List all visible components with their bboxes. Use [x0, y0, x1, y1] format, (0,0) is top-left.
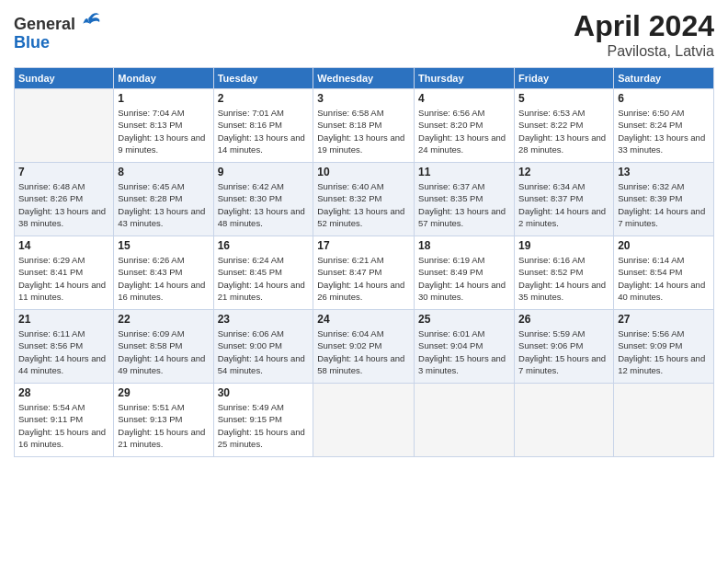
- header-monday: Monday: [114, 68, 213, 89]
- day-info: Sunrise: 6:21 AMSunset: 8:47 PMDaylight:…: [317, 254, 410, 303]
- calendar-cell: 23Sunrise: 6:06 AMSunset: 9:00 PMDayligh…: [213, 310, 313, 384]
- calendar-cell: 28Sunrise: 5:54 AMSunset: 9:11 PMDayligh…: [15, 384, 114, 457]
- day-number: 18: [418, 239, 510, 252]
- day-number: 11: [418, 166, 510, 178]
- day-info: Sunrise: 6:53 AMSunset: 8:22 PMDaylight:…: [518, 107, 609, 155]
- logo-bird-icon: [77, 9, 103, 35]
- calendar-cell: 9Sunrise: 6:42 AMSunset: 8:30 PMDaylight…: [213, 163, 313, 236]
- calendar-cell: 27Sunrise: 5:56 AMSunset: 9:09 PMDayligh…: [614, 310, 714, 384]
- calendar-cell: 8Sunrise: 6:45 AMSunset: 8:28 PMDaylight…: [114, 163, 213, 236]
- calendar-cell: [614, 384, 714, 457]
- logo: General Blue: [14, 9, 103, 52]
- day-info: Sunrise: 6:40 AMSunset: 8:32 PMDaylight:…: [317, 180, 410, 229]
- day-number: 20: [618, 239, 710, 252]
- day-number: 2: [218, 92, 310, 105]
- calendar-row-3: 14Sunrise: 6:29 AMSunset: 8:41 PMDayligh…: [15, 236, 714, 310]
- calendar-cell: 1Sunrise: 7:04 AMSunset: 8:13 PMDaylight…: [114, 89, 213, 163]
- day-info: Sunrise: 6:01 AMSunset: 9:04 PMDaylight:…: [418, 327, 510, 376]
- day-info: Sunrise: 6:24 AMSunset: 8:45 PMDaylight:…: [218, 254, 310, 303]
- calendar-row-1: 1Sunrise: 7:04 AMSunset: 8:13 PMDaylight…: [15, 89, 714, 163]
- day-number: 3: [317, 92, 410, 105]
- calendar-cell: 30Sunrise: 5:49 AMSunset: 9:15 PMDayligh…: [213, 384, 313, 457]
- day-info: Sunrise: 5:54 AMSunset: 9:11 PMDaylight:…: [18, 401, 109, 450]
- calendar-cell: 26Sunrise: 5:59 AMSunset: 9:06 PMDayligh…: [515, 310, 614, 384]
- day-info: Sunrise: 6:04 AMSunset: 9:02 PMDaylight:…: [317, 327, 410, 376]
- day-number: 5: [518, 92, 609, 105]
- header-saturday: Saturday: [614, 68, 714, 89]
- calendar-cell: [515, 384, 614, 457]
- day-info: Sunrise: 5:51 AMSunset: 9:13 PMDaylight:…: [118, 401, 209, 450]
- calendar-cell: 18Sunrise: 6:19 AMSunset: 8:49 PMDayligh…: [415, 236, 515, 310]
- header-sunday: Sunday: [15, 68, 114, 89]
- calendar-cell: 7Sunrise: 6:48 AMSunset: 8:26 PMDaylight…: [15, 163, 114, 236]
- day-number: 4: [418, 92, 510, 105]
- day-info: Sunrise: 6:48 AMSunset: 8:26 PMDaylight:…: [18, 180, 109, 229]
- location-title: Pavilosta, Latvia: [574, 43, 714, 60]
- title-block: April 2024 Pavilosta, Latvia: [574, 9, 714, 60]
- calendar-cell: 12Sunrise: 6:34 AMSunset: 8:37 PMDayligh…: [515, 163, 614, 236]
- day-number: 14: [18, 239, 109, 252]
- calendar-cell: 21Sunrise: 6:11 AMSunset: 8:56 PMDayligh…: [15, 310, 114, 384]
- day-info: Sunrise: 6:16 AMSunset: 8:52 PMDaylight:…: [518, 254, 609, 303]
- day-info: Sunrise: 6:19 AMSunset: 8:49 PMDaylight:…: [418, 254, 510, 303]
- calendar-cell: 14Sunrise: 6:29 AMSunset: 8:41 PMDayligh…: [15, 236, 114, 310]
- header-tuesday: Tuesday: [213, 68, 313, 89]
- day-info: Sunrise: 6:58 AMSunset: 8:18 PMDaylight:…: [317, 107, 410, 155]
- day-number: 1: [118, 92, 209, 105]
- day-info: Sunrise: 6:29 AMSunset: 8:41 PMDaylight:…: [18, 254, 109, 303]
- day-number: 21: [18, 313, 109, 326]
- calendar-cell: [15, 89, 114, 163]
- calendar-cell: 5Sunrise: 6:53 AMSunset: 8:22 PMDaylight…: [515, 89, 614, 163]
- calendar-cell: 4Sunrise: 6:56 AMSunset: 8:20 PMDaylight…: [415, 89, 515, 163]
- calendar-cell: 17Sunrise: 6:21 AMSunset: 8:47 PMDayligh…: [313, 236, 415, 310]
- day-info: Sunrise: 5:49 AMSunset: 9:15 PMDaylight:…: [218, 401, 310, 450]
- day-number: 29: [118, 386, 209, 399]
- day-info: Sunrise: 7:04 AMSunset: 8:13 PMDaylight:…: [118, 107, 209, 155]
- day-info: Sunrise: 5:56 AMSunset: 9:09 PMDaylight:…: [618, 327, 710, 376]
- day-number: 19: [518, 239, 609, 252]
- logo-blue: Blue: [14, 33, 50, 52]
- day-number: 28: [18, 386, 109, 399]
- day-info: Sunrise: 6:06 AMSunset: 9:00 PMDaylight:…: [218, 327, 310, 376]
- day-info: Sunrise: 6:34 AMSunset: 8:37 PMDaylight:…: [518, 180, 609, 229]
- header-thursday: Thursday: [415, 68, 515, 89]
- calendar-row-4: 21Sunrise: 6:11 AMSunset: 8:56 PMDayligh…: [15, 310, 714, 384]
- day-number: 9: [218, 166, 310, 178]
- calendar-cell: 6Sunrise: 6:50 AMSunset: 8:24 PMDaylight…: [614, 89, 714, 163]
- day-number: 30: [218, 386, 310, 399]
- calendar-header-row: Sunday Monday Tuesday Wednesday Thursday…: [15, 68, 714, 89]
- calendar-cell: 13Sunrise: 6:32 AMSunset: 8:39 PMDayligh…: [614, 163, 714, 236]
- day-number: 26: [518, 313, 609, 326]
- day-number: 10: [317, 166, 410, 178]
- day-info: Sunrise: 5:59 AMSunset: 9:06 PMDaylight:…: [518, 327, 609, 376]
- day-number: 8: [118, 166, 209, 178]
- day-info: Sunrise: 6:37 AMSunset: 8:35 PMDaylight:…: [418, 180, 510, 229]
- calendar-cell: 24Sunrise: 6:04 AMSunset: 9:02 PMDayligh…: [313, 310, 415, 384]
- calendar-cell: 16Sunrise: 6:24 AMSunset: 8:45 PMDayligh…: [213, 236, 313, 310]
- calendar-cell: 3Sunrise: 6:58 AMSunset: 8:18 PMDaylight…: [313, 89, 415, 163]
- day-info: Sunrise: 6:09 AMSunset: 8:58 PMDaylight:…: [118, 327, 209, 376]
- day-info: Sunrise: 6:50 AMSunset: 8:24 PMDaylight:…: [618, 107, 710, 155]
- day-number: 27: [618, 313, 710, 326]
- calendar-cell: 10Sunrise: 6:40 AMSunset: 8:32 PMDayligh…: [313, 163, 415, 236]
- month-title: April 2024: [574, 9, 714, 43]
- calendar-cell: 19Sunrise: 6:16 AMSunset: 8:52 PMDayligh…: [515, 236, 614, 310]
- day-number: 16: [218, 239, 310, 252]
- day-info: Sunrise: 6:56 AMSunset: 8:20 PMDaylight:…: [418, 107, 510, 155]
- header-wednesday: Wednesday: [313, 68, 415, 89]
- day-info: Sunrise: 6:42 AMSunset: 8:30 PMDaylight:…: [218, 180, 310, 229]
- calendar-cell: [313, 384, 415, 457]
- day-number: 13: [618, 166, 710, 178]
- day-info: Sunrise: 6:32 AMSunset: 8:39 PMDaylight:…: [618, 180, 710, 229]
- day-info: Sunrise: 6:11 AMSunset: 8:56 PMDaylight:…: [18, 327, 109, 376]
- calendar-cell: 25Sunrise: 6:01 AMSunset: 9:04 PMDayligh…: [415, 310, 515, 384]
- calendar-cell: 20Sunrise: 6:14 AMSunset: 8:54 PMDayligh…: [614, 236, 714, 310]
- calendar-row-5: 28Sunrise: 5:54 AMSunset: 9:11 PMDayligh…: [15, 384, 714, 457]
- day-info: Sunrise: 6:14 AMSunset: 8:54 PMDaylight:…: [618, 254, 710, 303]
- day-info: Sunrise: 7:01 AMSunset: 8:16 PMDaylight:…: [218, 107, 310, 155]
- calendar-table: Sunday Monday Tuesday Wednesday Thursday…: [14, 67, 714, 457]
- day-number: 17: [317, 239, 410, 252]
- header: General Blue April 2024 Pavilosta, Latvi…: [14, 9, 714, 60]
- calendar-cell: 22Sunrise: 6:09 AMSunset: 8:58 PMDayligh…: [114, 310, 213, 384]
- page: General Blue April 2024 Pavilosta, Latvi…: [0, 0, 728, 563]
